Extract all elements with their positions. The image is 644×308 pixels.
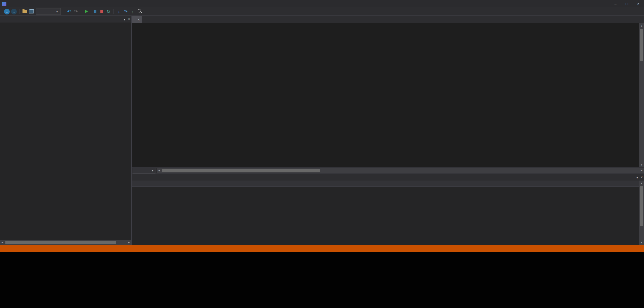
title-bar: – □ × bbox=[0, 0, 644, 7]
stop-icon bbox=[100, 10, 103, 13]
dnspy-window: – □ × ← → ▼ ↶ ↷ ↻ bbox=[0, 0, 644, 252]
locals-column-headers bbox=[132, 181, 639, 187]
editor-vscrollbar[interactable]: ▲ ▼ bbox=[639, 23, 644, 167]
toolbar: ← → ▼ ↶ ↷ ↻ ↓ ↷ ↑ bbox=[3, 8, 142, 15]
toolbar-separator bbox=[64, 9, 64, 14]
tab-fss5wawhoku4[interactable]: × bbox=[132, 16, 142, 23]
panel-menu-icon[interactable]: ▾ bbox=[636, 176, 638, 179]
pause-icon bbox=[94, 10, 96, 13]
scroll-up-icon[interactable]: ▲ bbox=[639, 181, 644, 185]
search-button[interactable] bbox=[136, 8, 142, 15]
play-icon bbox=[85, 10, 88, 13]
minimize-button[interactable]: – bbox=[610, 0, 621, 7]
navigate-forward-button[interactable]: → bbox=[11, 9, 17, 14]
tab-bar: × bbox=[132, 16, 644, 23]
continue-button[interactable] bbox=[83, 8, 92, 15]
scroll-left-icon[interactable]: ◀ bbox=[0, 240, 5, 245]
assembly-tree bbox=[0, 23, 131, 240]
step-out-button[interactable]: ↑ bbox=[129, 8, 136, 15]
window-controls: – □ × bbox=[610, 0, 644, 7]
panel-menu-icon[interactable]: ▾ bbox=[124, 17, 125, 21]
break-all-button[interactable] bbox=[92, 8, 98, 15]
locals-vscrollbar[interactable]: ▲ ▼ bbox=[639, 181, 644, 245]
search-icon bbox=[138, 9, 140, 14]
maximize-button[interactable]: □ bbox=[621, 0, 633, 7]
editor-hscrollbar[interactable]: ◀ ▶ bbox=[157, 168, 644, 173]
undo-button[interactable]: ↶ bbox=[66, 8, 73, 15]
undo-icon: ↶ bbox=[67, 9, 71, 14]
zoom-select[interactable]: ▼ bbox=[133, 168, 155, 174]
restart-button[interactable]: ↻ bbox=[105, 8, 112, 15]
scroll-down-icon[interactable]: ▼ bbox=[639, 162, 644, 167]
scroll-left-icon[interactable]: ◀ bbox=[157, 168, 162, 173]
assembly-explorer-header: ▾ × bbox=[0, 16, 131, 23]
language-select[interactable]: ▼ bbox=[36, 8, 61, 15]
menu-bar: ← → ▼ ↶ ↷ ↻ ↓ ↷ ↑ bbox=[0, 7, 644, 15]
assembly-explorer-panel: ▾ × ◀ ▶ bbox=[0, 16, 132, 245]
locals-header: ▾ × bbox=[132, 174, 644, 181]
scroll-down-icon[interactable]: ▼ bbox=[639, 240, 644, 245]
scrollbar-thumb[interactable] bbox=[5, 241, 116, 244]
assembly-explorer-hscrollbar[interactable]: ◀ ▶ bbox=[0, 240, 131, 245]
navigate-back-button[interactable]: ← bbox=[4, 9, 10, 14]
redo-button[interactable]: ↷ bbox=[73, 8, 79, 15]
code-editor[interactable]: ▲ ▼ bbox=[132, 23, 644, 167]
status-bar bbox=[0, 245, 644, 252]
panel-close-icon[interactable]: × bbox=[128, 17, 130, 21]
close-button[interactable]: × bbox=[633, 0, 644, 7]
scrollbar-thumb[interactable] bbox=[162, 169, 320, 172]
step-over-button[interactable]: ↷ bbox=[122, 8, 129, 15]
step-into-icon: ↓ bbox=[118, 9, 120, 14]
toolbar-separator bbox=[19, 9, 19, 14]
save-all-icon bbox=[29, 9, 34, 13]
toolbar-separator bbox=[113, 9, 114, 14]
step-over-icon: ↷ bbox=[124, 9, 127, 14]
chevron-down-icon: ▼ bbox=[151, 169, 154, 172]
stop-debugging-button[interactable] bbox=[98, 8, 105, 15]
tab-close-icon[interactable]: × bbox=[138, 18, 140, 22]
toolbar-separator bbox=[81, 9, 81, 14]
editor-bottom-strip: ▼ ◀ ▶ bbox=[132, 167, 644, 174]
scrollbar-thumb[interactable] bbox=[640, 186, 643, 226]
main-area: ▾ × ◀ ▶ × ▲ bbox=[0, 15, 644, 245]
scrollbar-thumb[interactable] bbox=[640, 29, 643, 61]
app-logo-icon bbox=[2, 2, 6, 6]
open-file-button[interactable] bbox=[21, 8, 28, 15]
chevron-down-icon: ▼ bbox=[38, 10, 58, 13]
panel-close-icon[interactable]: × bbox=[641, 176, 643, 179]
scroll-right-icon[interactable]: ▶ bbox=[127, 240, 131, 245]
step-into-button[interactable]: ↓ bbox=[116, 8, 122, 15]
scroll-up-icon[interactable]: ▲ bbox=[639, 23, 644, 28]
restart-icon: ↻ bbox=[106, 9, 110, 14]
locals-panel: ▾ × ▲ ▼ bbox=[132, 174, 644, 245]
open-folder-icon bbox=[22, 10, 27, 13]
document-area: × ▲ ▼ ▼ ◀ ▶ bbox=[132, 16, 644, 245]
save-all-button[interactable] bbox=[28, 8, 35, 15]
desktop-black-area bbox=[0, 252, 644, 308]
code-view bbox=[132, 24, 639, 167]
redo-icon: ↷ bbox=[74, 9, 78, 14]
scroll-right-icon[interactable]: ▶ bbox=[639, 168, 644, 173]
step-out-icon: ↑ bbox=[131, 9, 134, 14]
locals-rows bbox=[132, 187, 639, 245]
